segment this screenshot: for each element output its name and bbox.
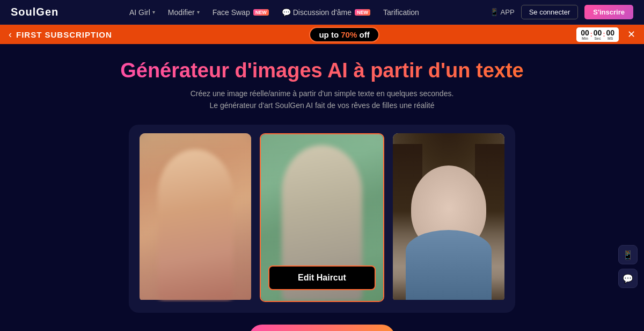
smartphone-icon: 📱 (623, 250, 633, 260)
countdown-minutes-block: 00 Sec (594, 29, 602, 40)
promo-offer-suffix: off (357, 30, 369, 39)
promo-title: FIRST SUBSCRIPTION (16, 30, 112, 39)
promo-offer-prefix: up to (319, 30, 341, 39)
countdown-separator: : (590, 31, 592, 38)
promo-right: 00 Min : 00 Sec : 00 MS ✕ (576, 27, 635, 42)
photo-left (140, 133, 251, 300)
countdown-sec-label: Sec (594, 37, 601, 40)
hero-subtitle-line1: Créez une image réelle/anime à partir d'… (191, 88, 454, 99)
carousel-wrapper: Edit Haircut (129, 125, 515, 313)
countdown-seconds-block: 00 MS (606, 29, 614, 40)
new-badge-discussion: NEW (355, 9, 370, 16)
promo-center: up to 70% off (309, 27, 379, 42)
countdown-hours-block: 00 Min (581, 29, 589, 40)
side-floating-buttons: 📱 💬 (618, 245, 638, 288)
prev-arrow-icon[interactable]: ‹ (9, 29, 12, 40)
app-label: APP (501, 8, 515, 16)
nav-item-modifier[interactable]: Modifier ▾ (168, 8, 200, 17)
brand-logo: SoulGen (11, 6, 58, 18)
main-content: Générateur d'images AI à partir d'un tex… (0, 44, 644, 331)
nav-label-modifier: Modifier (168, 8, 195, 17)
nav-links: AI Girl ▾ Modifier ▾ Face Swap NEW 💬 Dis… (129, 8, 419, 17)
side-app-button[interactable]: 📱 (618, 245, 638, 264)
nav-label-face-swap: Face Swap (213, 8, 250, 17)
countdown-seconds: 00 (606, 29, 614, 37)
nav-item-discussion[interactable]: 💬 Discussion d'âme NEW (282, 8, 370, 17)
login-button[interactable]: Se connecter (521, 5, 579, 19)
figure-left (158, 149, 233, 300)
promo-offer: up to 70% off (309, 27, 379, 42)
countdown-minutes: 00 (594, 29, 602, 37)
promo-left: ‹ FIRST SUBSCRIPTION (9, 29, 112, 40)
close-icon[interactable]: ✕ (627, 28, 635, 40)
countdown-separator2: : (603, 31, 605, 38)
carousel-card-center[interactable]: Edit Haircut (260, 133, 385, 302)
chevron-down-icon: ▾ (197, 9, 200, 15)
carousel-card-left (140, 133, 251, 302)
countdown-hours: 00 (581, 29, 589, 37)
nav-item-ai-girl[interactable]: AI Girl ▾ (129, 8, 155, 17)
countdown-min-label: Min (582, 37, 588, 40)
nav-item-tarification[interactable]: Tarification (383, 8, 419, 17)
navbar: SoulGen AI Girl ▾ Modifier ▾ Face Swap N… (0, 0, 644, 25)
hero-title: Générateur d'images AI à partir d'un tex… (120, 59, 524, 82)
photo-right (393, 133, 504, 300)
nav-label-ai-girl: AI Girl (129, 8, 150, 17)
promo-offer-highlight: 70% (341, 30, 357, 39)
app-button[interactable]: 📱 APP (490, 8, 515, 16)
countdown-timer: 00 Min : 00 Sec : 00 MS (576, 27, 619, 42)
hero-subtitle-line2: Le générateur d'art SoulGen AI fait de v… (191, 99, 454, 111)
try-button-wrap: Essayez-le maintenant → (249, 325, 395, 331)
new-badge: NEW (253, 9, 269, 16)
nav-label-tarification: Tarification (383, 8, 419, 17)
promo-banner: ‹ FIRST SUBSCRIPTION up to 70% off 00 Mi… (0, 25, 644, 44)
hero-subtitle: Créez une image réelle/anime à partir d'… (191, 88, 454, 112)
face-body (406, 230, 492, 300)
nav-item-face-swap[interactable]: Face Swap NEW (213, 8, 269, 17)
chat-icon: 💬 (623, 274, 633, 284)
smartphone-icon: 📱 (490, 8, 499, 16)
countdown-ms-label: MS (608, 37, 613, 40)
side-chat-button[interactable]: 💬 (618, 269, 638, 288)
chevron-down-icon: ▾ (152, 9, 155, 15)
chat-icon: 💬 (282, 8, 291, 17)
signup-button[interactable]: S'inscrire (584, 5, 633, 19)
edit-haircut-button[interactable]: Edit Haircut (268, 265, 376, 290)
try-button[interactable]: Essayez-le maintenant → (249, 325, 395, 331)
nav-label-discussion: Discussion d'âme (293, 8, 352, 17)
edit-button-wrap: Edit Haircut (268, 265, 376, 290)
carousel-card-right (393, 133, 504, 302)
nav-right: 📱 APP Se connecter S'inscrire (490, 5, 633, 19)
